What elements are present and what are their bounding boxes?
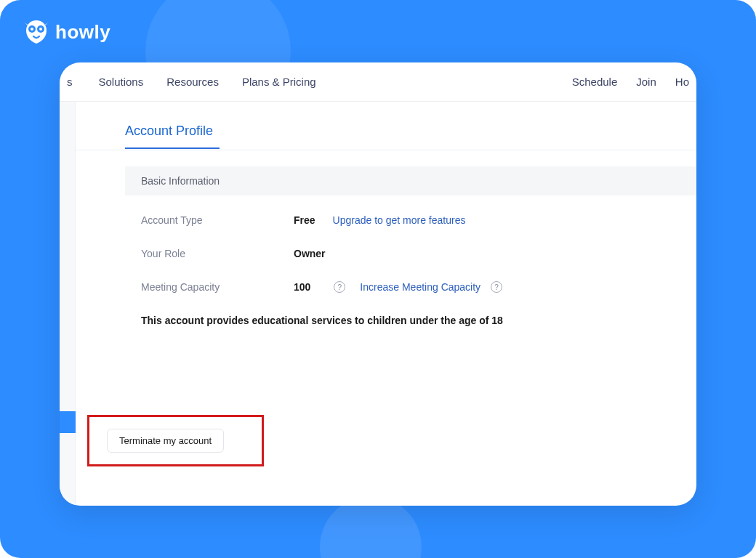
value-your-role: Owner <box>294 248 326 259</box>
svg-point-2 <box>31 28 33 31</box>
page-title: Account Profile <box>125 124 213 149</box>
value-meeting-capacity: 100 <box>294 281 310 293</box>
nav-item-join[interactable]: Join <box>636 76 656 88</box>
page-background: howly s Solutions Resources Plans & Pric… <box>0 0 756 558</box>
sidebar-active-indicator <box>60 411 76 433</box>
row-your-role: Your Role Owner <box>141 248 696 259</box>
info-rows: Account Type Free Upgrade to get more fe… <box>125 195 696 293</box>
nav-item-host-clipped[interactable]: Ho <box>675 76 689 88</box>
content-area: Account Profile Basic Information Accoun… <box>76 102 696 506</box>
label-meeting-capacity: Meeting Capacity <box>141 281 294 293</box>
row-meeting-capacity: Meeting Capacity 100 ? Increase Meeting … <box>141 281 696 293</box>
owl-icon <box>23 19 49 45</box>
label-your-role: Your Role <box>141 248 294 259</box>
nav-item-schedule[interactable]: Schedule <box>572 76 618 88</box>
sidebar-stub <box>60 102 76 506</box>
nav-right-group: Schedule Join Ho <box>572 76 693 88</box>
terminate-highlight-box: Terminate my account <box>87 415 264 466</box>
row-account-type: Account Type Free Upgrade to get more fe… <box>141 214 696 226</box>
section-header-basic-info: Basic Information <box>125 166 696 195</box>
educational-services-text: This account provides educational servic… <box>125 315 696 326</box>
nav-item-plans-pricing[interactable]: Plans & Pricing <box>242 76 316 88</box>
label-account-type: Account Type <box>141 214 294 226</box>
body-area: Account Profile Basic Information Accoun… <box>60 102 696 506</box>
brand-name: howly <box>55 21 110 44</box>
terminate-account-button[interactable]: Terminate my account <box>107 429 224 453</box>
help-icon[interactable]: ? <box>334 281 345 293</box>
help-icon[interactable]: ? <box>491 281 502 293</box>
terminate-area: Terminate my account <box>76 415 264 466</box>
divider-line <box>76 150 696 150</box>
value-account-type: Free <box>294 214 315 226</box>
howly-logo: howly <box>23 19 110 45</box>
link-increase-capacity[interactable]: Increase Meeting Capacity <box>360 281 480 293</box>
nav-item-solutions[interactable]: Solutions <box>99 76 144 88</box>
link-upgrade[interactable]: Upgrade to get more features <box>333 214 466 226</box>
app-window: s Solutions Resources Plans & Pricing Sc… <box>60 62 696 506</box>
nav-item-resources[interactable]: Resources <box>166 76 219 88</box>
nav-item-clipped-left[interactable]: s <box>67 76 76 88</box>
svg-point-3 <box>39 28 42 31</box>
nav-left-group: s Solutions Resources Plans & Pricing <box>63 76 316 88</box>
top-navigation: s Solutions Resources Plans & Pricing Sc… <box>60 62 696 102</box>
